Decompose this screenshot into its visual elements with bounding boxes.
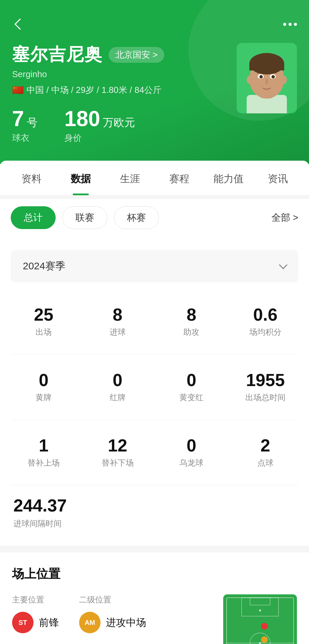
flag-icon: 🇨🇳 xyxy=(12,85,24,96)
player-meta-text: 中国 / 中场 / 29岁 / 1.80米 / 84公斤 xyxy=(26,84,162,96)
stat-avg-score: 0.6 场均积分 xyxy=(229,296,303,347)
avatar-image xyxy=(237,43,297,113)
am-badge: AM xyxy=(79,612,101,633)
player-name-row: 塞尔吉尼奥 北京国安 > xyxy=(12,43,237,66)
stat-num-goals: 8 xyxy=(84,306,151,323)
pill-league[interactable]: 联赛 xyxy=(62,206,107,229)
svg-point-8 xyxy=(271,75,275,78)
stat-label-appearances: 出场 xyxy=(10,327,77,337)
position-left: 主要位置 ST 前锋 二级位置 AM 进攻中场 xyxy=(12,594,210,633)
stat-num-assists: 8 xyxy=(158,306,225,323)
stat-num-red: 0 xyxy=(84,371,151,389)
stat-label-yellow: 黄牌 xyxy=(10,392,77,403)
stat-label-avg-score: 场均积分 xyxy=(232,327,299,337)
stat-sub-in: 1 替补上场 xyxy=(7,427,81,478)
extra-stat-num: 244.37 xyxy=(13,495,296,516)
stat-num-avg-score: 0.6 xyxy=(232,306,299,323)
back-arrow-icon xyxy=(14,18,26,30)
stat-label-assists: 助攻 xyxy=(158,327,225,337)
extra-stat-block: 244.37 进球间隔时间 xyxy=(0,485,309,532)
jersey-label: 球衣 xyxy=(12,132,38,144)
value-label: 身价 xyxy=(64,132,135,144)
stat-num-sub-in: 1 xyxy=(10,437,77,454)
pill-total[interactable]: 总计 xyxy=(11,206,56,229)
stat-label-sub-out: 替补下场 xyxy=(84,458,151,468)
season-label: 2024赛季 xyxy=(23,259,65,273)
stats-content: 2024赛季 25 出场 8 进球 8 助攻 0.6 场均积分 0 黄牌 0 红… xyxy=(0,236,309,546)
hero-section: 塞尔吉尼奥 北京国安 > Serginho 🇨🇳 中国 / 中场 / 29岁 /… xyxy=(0,0,309,164)
stats-grid-row2: 0 黄牌 0 红牌 0 黄变红 1955 出场总时间 xyxy=(0,355,309,420)
dot-icon xyxy=(283,23,286,26)
svg-point-10 xyxy=(282,76,287,84)
stat-label-total-time: 出场总时间 xyxy=(232,392,299,403)
value-unit: 万欧元 xyxy=(103,116,135,128)
stat-label-yellow-red: 黄变红 xyxy=(158,392,225,403)
stats-grid-row1: 25 出场 8 进球 8 助攻 0.6 场均积分 xyxy=(0,289,309,354)
secondary-position-group: 二级位置 AM 进攻中场 xyxy=(79,594,146,633)
value-block: 180 万欧元 身价 xyxy=(64,108,135,144)
svg-point-14 xyxy=(259,642,261,644)
chevron-down-icon xyxy=(279,261,287,269)
field-markings-svg xyxy=(223,594,297,644)
player-info-row: 塞尔吉尼奥 北京国安 > Serginho 🇨🇳 中国 / 中场 / 29岁 /… xyxy=(12,43,297,144)
stat-num-yellow-red: 0 xyxy=(158,371,225,389)
stat-label-own-goal: 乌龙球 xyxy=(158,458,225,468)
svg-rect-16 xyxy=(250,598,270,605)
jersey-block: 7 号 球衣 xyxy=(12,108,38,144)
team-badge-button[interactable]: 北京国安 > xyxy=(109,47,164,63)
filter-all-button[interactable]: 全部 > xyxy=(271,211,298,224)
tab-stats[interactable]: 数据 xyxy=(56,161,105,195)
svg-point-19 xyxy=(259,609,261,611)
value-number: 180 xyxy=(64,107,100,131)
stat-own-goal: 0 乌龙球 xyxy=(154,427,229,478)
more-menu-button[interactable] xyxy=(283,23,297,26)
stat-penalty: 2 点球 xyxy=(229,427,303,478)
secondary-position-item: AM 进攻中场 xyxy=(79,612,146,633)
svg-point-21 xyxy=(261,623,268,630)
pill-cup[interactable]: 杯赛 xyxy=(114,206,159,229)
stat-num-total-time: 1955 xyxy=(232,371,299,389)
stat-total-time: 1955 出场总时间 xyxy=(229,361,303,413)
secondary-position-name: 进攻中场 xyxy=(106,616,146,630)
secondary-position-label: 二级位置 xyxy=(79,594,146,605)
player-left: 塞尔吉尼奥 北京国安 > Serginho 🇨🇳 中国 / 中场 / 29岁 /… xyxy=(12,43,237,144)
svg-point-9 xyxy=(247,76,252,84)
dot-icon xyxy=(294,23,297,26)
tabs-bar: 资料 数据 生涯 赛程 能力值 资讯 xyxy=(0,161,309,196)
svg-rect-4 xyxy=(249,64,284,70)
tab-ability[interactable]: 能力值 xyxy=(204,161,253,195)
stat-yellow: 0 黄牌 xyxy=(7,361,81,413)
stat-appearances: 25 出场 xyxy=(7,296,81,347)
player-latin-name: Serginho xyxy=(12,69,237,79)
primary-position-group: 主要位置 ST 前锋 xyxy=(12,594,59,633)
stat-assists: 8 助攻 xyxy=(154,296,229,347)
jersey-unit: 号 xyxy=(27,116,38,128)
tab-profile[interactable]: 资料 xyxy=(7,161,56,195)
top-bar xyxy=(12,16,297,32)
svg-point-7 xyxy=(259,75,263,78)
primary-position-name: 前锋 xyxy=(39,616,59,630)
stat-sub-out: 12 替补下场 xyxy=(81,427,155,478)
tab-schedule[interactable]: 赛程 xyxy=(154,161,204,195)
dot-icon xyxy=(289,23,292,26)
stat-red: 0 红牌 xyxy=(81,361,155,413)
tab-career[interactable]: 生涯 xyxy=(105,161,154,195)
filter-row: 总计 联赛 杯赛 全部 > xyxy=(0,199,309,236)
stat-yellow-red: 0 黄变红 xyxy=(154,361,229,413)
season-dropdown[interactable]: 2024赛季 xyxy=(11,250,298,282)
tab-news[interactable]: 资讯 xyxy=(253,161,302,195)
player-name: 塞尔吉尼奥 xyxy=(12,43,103,66)
svg-rect-11 xyxy=(227,598,294,644)
svg-point-22 xyxy=(261,636,268,643)
mini-field xyxy=(223,594,297,644)
stat-label-sub-in: 替补上场 xyxy=(10,458,77,468)
stat-label-penalty: 点球 xyxy=(232,458,299,468)
primary-position-label: 主要位置 xyxy=(12,594,59,605)
back-button[interactable] xyxy=(12,16,28,32)
stat-num-penalty: 2 xyxy=(232,437,299,454)
avatar xyxy=(237,43,297,113)
stat-num-sub-out: 12 xyxy=(84,437,151,454)
player-hero-stats: 7 号 球衣 180 万欧元 身价 xyxy=(12,108,237,144)
extra-stat-label: 进球间隔时间 xyxy=(13,518,296,529)
primary-position-item: ST 前锋 xyxy=(12,612,59,633)
